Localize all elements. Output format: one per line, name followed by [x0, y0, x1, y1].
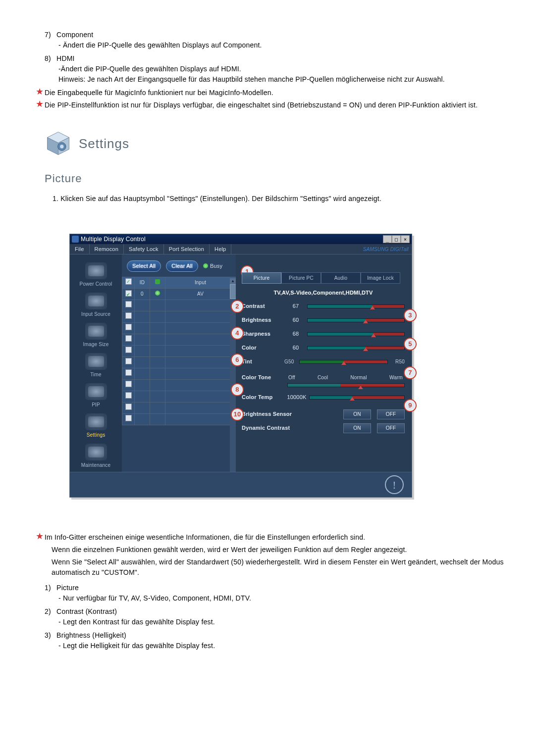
table-row: [122, 334, 236, 345]
table-row: [122, 379, 236, 391]
lower-item-2: 2) Contrast (Kontrast) - Legt den Kontra…: [45, 606, 505, 627]
menu-help[interactable]: Help: [210, 244, 231, 254]
source-subtitle: TV,AV,S-Video,Component,HDMI,DTV: [242, 289, 405, 297]
star-text-2: Die PIP-Einstellfunktion ist nur für Dis…: [45, 101, 478, 109]
label-component: Component: [56, 30, 93, 40]
app-window: Multiple Display Control _ □ × File Remo…: [69, 234, 412, 498]
label-contrast: Contrast (Kontrast): [56, 606, 117, 617]
sidebar-item-pip[interactable]: PIP: [74, 383, 118, 411]
display-grid: ID Input 0 AV: [122, 277, 236, 425]
desc-7: - Ändert die PIP-Quelle des gewählten Di…: [58, 40, 505, 50]
brightness-slider[interactable]: [307, 318, 405, 322]
header-status: [150, 277, 165, 288]
lower-item-3: 3) Brightness (Helligkeit) - Legt die He…: [45, 630, 505, 651]
star-icon: ★: [36, 533, 44, 540]
bsensor-off-button[interactable]: OFF: [377, 409, 405, 419]
table-row: [122, 356, 236, 368]
num-3: 3): [45, 630, 54, 641]
color-temp-slider[interactable]: [309, 396, 405, 400]
sidebar-item-image-size[interactable]: Image Size: [74, 323, 118, 351]
status-dot-icon: [155, 291, 160, 296]
sidebar-item-label: Time: [90, 372, 102, 377]
callout-7: 7: [404, 366, 417, 379]
tab-audio[interactable]: Audio: [321, 272, 361, 284]
num-8: 8): [45, 53, 54, 64]
brightness-sensor-row: Brightness Sensor ON OFF: [242, 410, 405, 419]
input-source-icon: [85, 293, 107, 309]
header-id: ID: [135, 277, 150, 288]
color-row: Color 60: [242, 344, 405, 353]
label-picture: Picture: [56, 583, 79, 593]
tab-picture[interactable]: Picture: [242, 272, 281, 284]
busy-dot-icon: [203, 263, 208, 268]
sidebar-item-input-source[interactable]: Input Source: [74, 293, 118, 321]
right-panel: Picture Picture PC Audio Image Lock TV,A…: [236, 254, 412, 472]
sidebar-item-maintenance[interactable]: Maintenance: [74, 444, 118, 472]
clear-all-button[interactable]: Clear All: [166, 260, 198, 272]
svg-point-4: [60, 145, 63, 148]
star-note-1: ★ Die Eingabequelle für MagicInfo funkti…: [45, 88, 505, 98]
settings-cube-icon: [45, 130, 72, 157]
select-all-button[interactable]: Select All: [127, 260, 161, 272]
sidebar-item-label: PIP: [92, 402, 100, 407]
maintenance-icon: [85, 444, 107, 460]
titlebar: Multiple Display Control _ □ ×: [70, 234, 412, 244]
callout-9: 9: [404, 399, 417, 412]
ct-normal[interactable]: Normal: [350, 374, 367, 381]
color-temp-label: Color Temp: [242, 393, 284, 402]
sidebar-item-power-control[interactable]: Power Control: [74, 262, 118, 291]
info-icon[interactable]: !: [385, 475, 404, 494]
num-1: 1): [45, 583, 54, 593]
tint-left: G50: [284, 358, 299, 365]
row-input: AV: [165, 288, 236, 300]
ct-warm[interactable]: Warm: [389, 374, 403, 381]
tab-picture-pc[interactable]: Picture PC: [281, 272, 321, 284]
scroll-up-icon[interactable]: ▲: [230, 278, 236, 284]
power-control-icon: [85, 262, 107, 279]
bsensor-on-button[interactable]: ON: [343, 409, 371, 419]
sidebar-item-label: Maintenance: [81, 462, 110, 468]
star-text-1: Die Eingabequelle für MagicInfo funktion…: [45, 89, 273, 97]
time-icon: [85, 353, 107, 370]
menu-file[interactable]: File: [70, 244, 90, 254]
tab-image-lock[interactable]: Image Lock: [361, 272, 400, 284]
sidebar-item-settings[interactable]: Settings: [74, 413, 118, 442]
dcontrast-on-button[interactable]: ON: [343, 423, 371, 433]
ct-cool[interactable]: Cool: [318, 374, 328, 381]
menu-safety-lock[interactable]: Safety Lock: [124, 244, 164, 254]
tint-slider[interactable]: [299, 360, 388, 364]
callout-6: 6: [231, 353, 244, 366]
busy-label: Busy: [210, 262, 222, 270]
lower-item-1: 1) Picture - Nur verfügbar für TV, AV, S…: [45, 583, 505, 604]
sidebar: Power Control Input Source Image Size Ti…: [70, 254, 122, 472]
header-input: Input: [165, 277, 236, 288]
row-checkbox[interactable]: [125, 290, 132, 297]
header-check[interactable]: [122, 277, 135, 288]
color-slider[interactable]: [307, 346, 405, 350]
sharpness-value: 68: [284, 330, 307, 338]
desc-3: - Legt die Helligkeit für das gewählte D…: [58, 641, 505, 651]
close-button[interactable]: ×: [401, 235, 410, 243]
contrast-slider[interactable]: [307, 304, 405, 308]
star-note-2: ★ Die PIP-Einstellfunktion ist nur für D…: [45, 100, 505, 110]
sidebar-item-label: Power Control: [80, 281, 112, 287]
table-row: [122, 413, 236, 425]
minimize-button[interactable]: _: [383, 235, 392, 243]
lower-line-1: Wenn die einzelnen Funktionen gewählt we…: [52, 545, 505, 555]
sidebar-item-time[interactable]: Time: [74, 353, 118, 381]
table-row: [122, 402, 236, 413]
maximize-button[interactable]: □: [392, 235, 401, 243]
sharpness-slider[interactable]: [307, 332, 405, 336]
ct-off[interactable]: Off: [288, 374, 295, 381]
menu-remocon[interactable]: Remocon: [90, 244, 124, 254]
row-id: 0: [135, 288, 150, 300]
app-icon: [72, 236, 79, 243]
color-temp-row: Color Temp 10000K: [242, 393, 405, 402]
color-tone-row: Color Tone Off Cool Normal Warm: [242, 371, 405, 384]
table-row[interactable]: 0 AV: [122, 288, 236, 300]
dcontrast-off-button[interactable]: OFF: [377, 423, 405, 433]
dynamic-contrast-label: Dynamic Contrast: [242, 424, 306, 432]
menu-port-selection[interactable]: Port Selection: [164, 244, 210, 254]
desc-2: - Legt den Kontrast für das gewählte Dis…: [58, 617, 505, 627]
brightness-label: Brightness: [242, 316, 284, 324]
